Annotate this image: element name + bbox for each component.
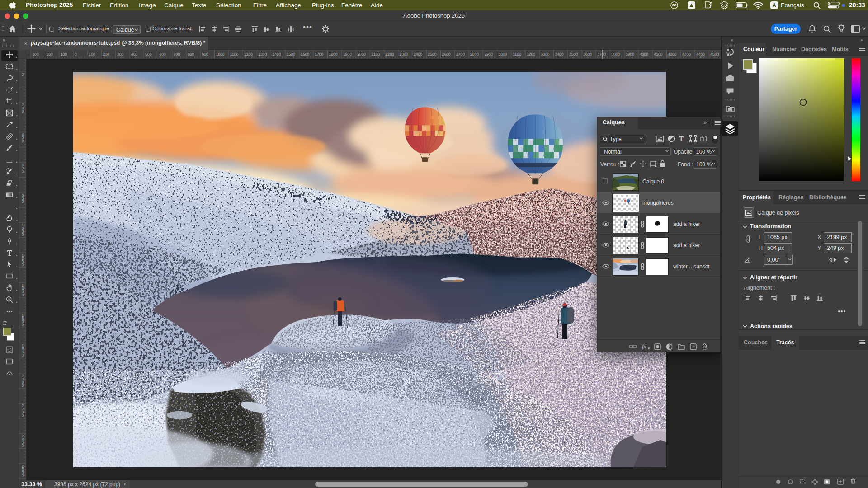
svg-text:3300: 3300 (541, 52, 549, 56)
svg-text:4100: 4100 (654, 52, 662, 56)
svg-text:1300: 1300 (258, 52, 267, 56)
svg-text:2100: 2100 (371, 52, 380, 56)
svg-text:100: 100 (89, 52, 95, 56)
svg-text:1400: 1400 (273, 52, 281, 56)
svg-text:3600: 3600 (583, 52, 592, 56)
svg-text:4400: 4400 (696, 52, 705, 56)
svg-text:1400: 1400 (22, 284, 24, 297)
svg-text:1000: 1000 (22, 223, 24, 237)
svg-text:600: 600 (160, 52, 166, 56)
svg-text:1600: 1600 (301, 52, 309, 56)
svg-text:2500: 2500 (428, 52, 436, 56)
svg-text:800: 800 (22, 193, 24, 204)
svg-text:3400: 3400 (555, 52, 564, 56)
svg-text:2700: 2700 (456, 52, 465, 56)
svg-text:500: 500 (145, 52, 152, 56)
svg-text:400: 400 (22, 133, 24, 143)
svg-text:200: 200 (47, 52, 53, 56)
svg-text:400: 400 (131, 52, 138, 56)
svg-text:2600: 2600 (442, 52, 451, 56)
svg-text:3000: 3000 (499, 52, 507, 56)
svg-text:1000: 1000 (216, 52, 225, 56)
svg-text:A: A (772, 2, 776, 9)
svg-text:800: 800 (188, 52, 194, 56)
svg-text:1800: 1800 (22, 344, 24, 357)
svg-text:100: 100 (61, 52, 67, 56)
svg-text:0: 0 (22, 73, 24, 77)
svg-text:3800: 3800 (612, 52, 620, 56)
svg-text:4500: 4500 (710, 52, 719, 56)
svg-text:1600: 1600 (22, 314, 24, 327)
svg-text:2800: 2800 (470, 52, 479, 56)
svg-text:300: 300 (32, 52, 39, 56)
svg-text:1200: 1200 (22, 253, 24, 267)
svg-text:2000: 2000 (22, 374, 24, 388)
svg-text:1700: 1700 (315, 52, 323, 56)
svg-text:3700: 3700 (597, 52, 606, 56)
svg-text:3200: 3200 (527, 52, 535, 56)
svg-text:300: 300 (117, 52, 124, 56)
svg-text:2000: 2000 (357, 52, 366, 56)
svg-text:0: 0 (75, 52, 77, 56)
svg-text:1900: 1900 (343, 52, 352, 56)
svg-text:2400: 2400 (22, 434, 24, 448)
svg-text:2200: 2200 (386, 52, 394, 56)
svg-text:2300: 2300 (400, 52, 408, 56)
svg-text:2600: 2600 (22, 465, 24, 478)
svg-text:4200: 4200 (668, 52, 677, 56)
svg-text:3900: 3900 (626, 52, 634, 56)
svg-text:1500: 1500 (287, 52, 295, 56)
svg-text:200: 200 (22, 103, 24, 113)
svg-text:700: 700 (174, 52, 180, 56)
svg-text:3100: 3100 (513, 52, 521, 56)
svg-text:1100: 1100 (230, 52, 239, 56)
svg-text:4000: 4000 (640, 52, 648, 56)
svg-text:4300: 4300 (682, 52, 691, 56)
svg-text:600: 600 (22, 163, 24, 174)
svg-text:2400: 2400 (414, 52, 422, 56)
svg-text:900: 900 (202, 52, 208, 56)
svg-text:200: 200 (103, 52, 110, 56)
svg-text:2200: 2200 (22, 404, 24, 418)
svg-text:1800: 1800 (329, 52, 338, 56)
svg-text:1200: 1200 (244, 52, 253, 56)
svg-text:2900: 2900 (484, 52, 493, 56)
svg-text:3500: 3500 (569, 52, 578, 56)
